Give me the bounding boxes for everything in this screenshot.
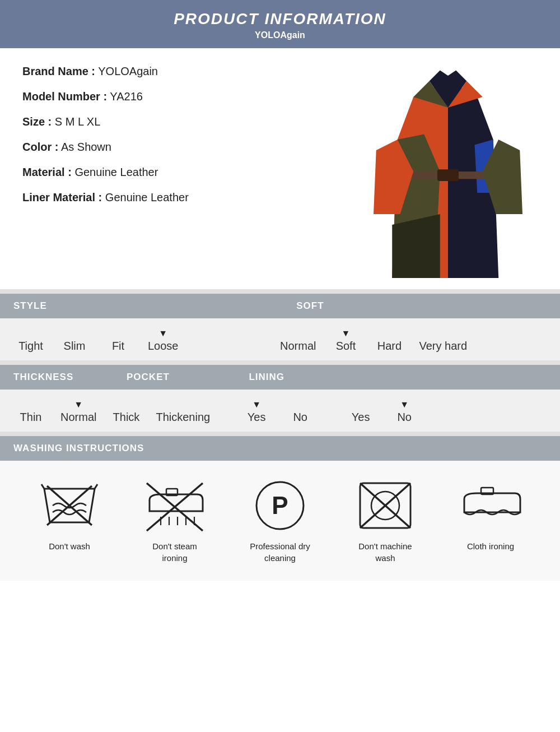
dont-machine-wash-label: Don't machinewash — [358, 540, 412, 564]
pocket-item-yes: ▼Yes — [242, 400, 270, 424]
thickness-item-thickening: ▼Thickening — [156, 400, 210, 424]
material-label: Material : — [22, 166, 72, 178]
professional-dry-icon: P — [249, 478, 311, 534]
liner-label: Liner Material : — [22, 191, 102, 203]
soft-label: SOFT — [283, 294, 337, 318]
soft-item-normal: ▼Normal — [280, 328, 316, 353]
soft-item-very-hard: ▼Very hard — [419, 328, 467, 353]
dont-wash-label: Don't wash — [49, 540, 90, 552]
cloth-ironing-item: Cloth ironing — [443, 478, 538, 552]
liner-row: Liner Material : Genuine Leather — [22, 191, 347, 204]
product-image — [358, 65, 538, 278]
model-value: YA216 — [110, 90, 143, 103]
style-item-tight: ▼Tight — [17, 328, 45, 353]
arrow-icon: ▼ — [342, 328, 351, 339]
color-value: As Shown — [61, 141, 111, 153]
brand-value: YOLOAgain — [98, 65, 158, 77]
tpl-scale-section: ▼Thin▼Normal▼Thick▼Thickening ▼Yes▼No ▼Y… — [0, 390, 560, 432]
washing-bar: WASHING INSTRUCTIONS — [0, 436, 560, 461]
svg-text:P: P — [272, 492, 288, 519]
soft-scale: ▼Normal▼Soft▼Hard▼Very hard — [280, 328, 543, 353]
lining-item-yes: ▼Yes — [347, 400, 375, 424]
svg-line-15 — [41, 484, 44, 489]
dont-machine-wash-item: Don't machinewash — [338, 478, 433, 564]
style-scale: ▼Tight▼Slim▼Fit▼Loose — [17, 328, 280, 353]
svg-marker-4 — [392, 214, 440, 278]
arrow-icon: ▼ — [158, 328, 167, 339]
style-label: STYLE — [0, 294, 60, 318]
separator-3 — [0, 432, 560, 436]
dont-machine-wash-icon — [354, 478, 416, 534]
thickness-item-thick: ▼Thick — [112, 400, 140, 424]
product-info-section: Brand Name : YOLOAgain Model Number : YA… — [0, 48, 560, 289]
tpl-scale-row: ▼Thin▼Normal▼Thick▼Thickening ▼Yes▼No ▼Y… — [0, 400, 560, 424]
svg-line-16 — [95, 484, 97, 489]
dont-wash-item: Don't wash — [22, 478, 117, 552]
style-item-fit: ▼Fit — [104, 328, 132, 353]
color-label: Color : — [22, 141, 58, 153]
professional-dry-item: P Professional drycleaning — [232, 478, 328, 564]
arrow-icon: ▼ — [400, 400, 409, 410]
material-row: Material : Genuine Leather — [22, 166, 347, 179]
pocket-group: ▼Yes▼No — [242, 400, 330, 424]
arrow-icon: ▼ — [74, 400, 83, 410]
washing-label: WASHING INSTRUCTIONS — [0, 443, 157, 454]
soft-item-soft: ▼Soft — [332, 328, 360, 353]
thickness-item-normal: ▼Normal — [60, 400, 96, 424]
product-details: Brand Name : YOLOAgain Model Number : YA… — [22, 65, 358, 278]
svg-rect-9 — [437, 169, 459, 181]
lining-item-no: ▼No — [390, 400, 418, 424]
lining-group: ▼Yes▼No — [347, 400, 434, 424]
size-value: S M L XL — [55, 115, 101, 128]
style-item-slim: ▼Slim — [60, 328, 88, 353]
material-value: Genuine Leather — [74, 166, 158, 178]
size-row: Size : S M L XL — [22, 115, 347, 128]
dont-steam-icon — [144, 478, 206, 534]
cloth-ironing-label: Cloth ironing — [467, 540, 514, 552]
pocket-item-no: ▼No — [286, 400, 314, 424]
lining-label: LINING — [235, 365, 298, 390]
separator-2 — [0, 360, 560, 365]
model-label: Model Number : — [22, 90, 107, 103]
tpl-bar: THICKNESS POCKET LINING — [0, 365, 560, 390]
model-row: Model Number : YA216 — [22, 90, 347, 103]
soft-item-hard: ▼Hard — [375, 328, 403, 353]
brand-row: Brand Name : YOLOAgain — [22, 65, 347, 78]
style-soft-bar: STYLE SOFT — [0, 294, 560, 318]
style-item-loose: ▼Loose — [148, 328, 179, 353]
cloth-ironing-icon — [460, 478, 521, 534]
professional-dry-label: Professional drycleaning — [250, 540, 310, 564]
thickness-label: THICKNESS — [0, 365, 87, 390]
product-coat-image — [367, 65, 529, 278]
dont-wash-icon — [39, 478, 100, 534]
brand-label: Brand Name : — [22, 65, 95, 77]
pocket-label: POCKET — [113, 365, 183, 390]
dont-steam-label: Don't steamironing — [152, 540, 197, 564]
style-soft-row: ▼Tight▼Slim▼Fit▼Loose ▼Normal▼Soft▼Hard▼… — [0, 328, 560, 353]
style-soft-section: ▼Tight▼Slim▼Fit▼Loose ▼Normal▼Soft▼Hard▼… — [0, 318, 560, 360]
liner-value: Genuine Leather — [105, 191, 189, 203]
dont-steam-item: Don't steamironing — [127, 478, 222, 564]
thickness-item-thin: ▼Thin — [17, 400, 45, 424]
size-label: Size : — [22, 115, 52, 128]
page-header: PRODUCT INFORMATION YOLOAgain — [0, 0, 560, 48]
separator-1 — [0, 289, 560, 294]
brand-subtitle: YOLOAgain — [6, 30, 554, 40]
arrow-icon: ▼ — [252, 400, 261, 410]
color-row: Color : As Shown — [22, 141, 347, 154]
washing-icons-section: Don't wash Don't steamironing P Professi… — [0, 461, 560, 581]
thickness-group: ▼Thin▼Normal▼Thick▼Thickening — [17, 400, 226, 424]
page-title: PRODUCT INFORMATION — [6, 10, 554, 28]
